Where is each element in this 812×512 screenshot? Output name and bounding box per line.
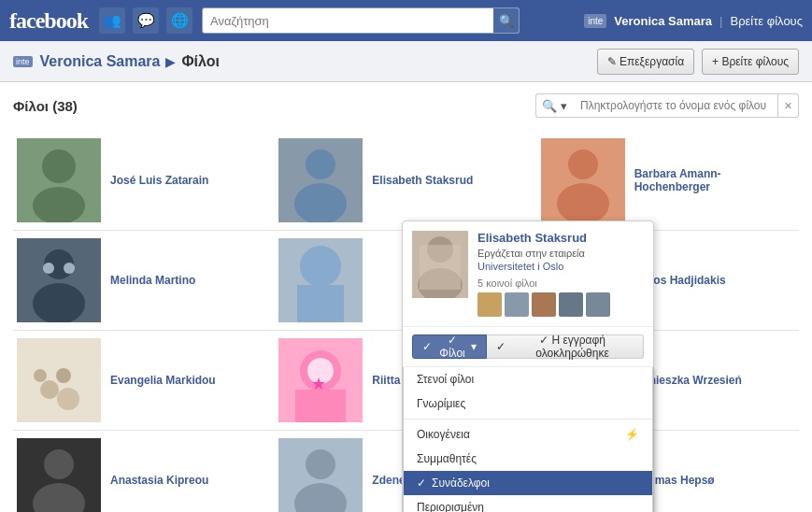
menu-label: Περιορισμένη	[417, 501, 484, 512]
popup-mutual-friends: 5 κοινοί φίλοι	[477, 277, 644, 289]
search-input[interactable]	[202, 7, 520, 34]
popup-avatar	[412, 231, 468, 298]
chevron-down-icon: ▾	[561, 99, 567, 113]
friend-popup-card: Elisabeth Staksrud Εργάζεται στην εταιρε…	[402, 220, 654, 512]
svg-point-11	[33, 283, 85, 322]
svg-rect-16	[297, 285, 344, 322]
svg-text:★: ★	[311, 375, 326, 393]
friend-item[interactable]: Anastasia Kipreou	[13, 431, 275, 512]
svg-point-13	[64, 263, 75, 274]
popup-works-label: Εργάζεται στην εταιρεία	[477, 248, 644, 259]
menu-label: Συμμαθητές	[417, 452, 477, 465]
friend-item[interactable]: Evangelia Markidou	[13, 331, 275, 431]
messages-nav-icon[interactable]: 💬	[133, 7, 159, 34]
inte-small-badge: inte	[13, 56, 33, 67]
svg-point-7	[568, 149, 598, 179]
registered-label: ✓ Η εγγραφή ολοκληρώθηκε	[511, 334, 634, 360]
popup-buttons: ✓ ✓ Φίλοι ▾ ✓ ✓ Η εγγραφή ολοκληρώθηκε	[403, 327, 653, 367]
menu-label: Στενοί φίλοι	[417, 373, 474, 386]
menu-label: Γνωρίμιες	[417, 397, 465, 410]
svg-point-4	[306, 149, 335, 179]
breadcrumb-username[interactable]: Veronica Samara	[40, 53, 161, 70]
friend-name: José Luis Zatarain	[110, 174, 208, 187]
menu-item-restricted[interactable]: Περιορισμένη	[404, 495, 652, 512]
friend-item[interactable]: Barbara Amann-Hochenberger	[537, 131, 799, 231]
popup-header: Elisabeth Staksrud Εργάζεται στην εταιρε…	[403, 221, 653, 327]
menu-item-family[interactable]: Οικογένεια ⚡	[404, 422, 652, 447]
search-icon: 🔍	[542, 99, 557, 113]
popup-work-place[interactable]: Universitetet i Oslo	[477, 261, 644, 272]
popup-info: Elisabeth Staksrud Εργάζεται στην εταιρε…	[477, 231, 644, 317]
mutual-avatars	[477, 292, 644, 317]
mutual-avatar	[586, 292, 610, 317]
menu-label: Συνάδελφοι	[432, 476, 490, 490]
registered-button[interactable]: ✓ ✓ Η εγγραφή ολοκληρώθηκε	[487, 334, 644, 359]
menu-item-acquaintances[interactable]: Γνωρίμιες	[404, 391, 652, 416]
avatar	[17, 138, 101, 222]
friends-header: Φίλοι (38) 🔍 ▾ ×	[13, 93, 799, 118]
avatar	[17, 438, 101, 512]
svg-point-37	[306, 449, 335, 479]
menu-item-close-friends[interactable]: Στενοί φίλοι	[404, 367, 652, 391]
top-navigation: facebook 👥 💬 🌐 🔍 inte Veronica Samara | …	[0, 0, 812, 41]
svg-rect-45	[420, 245, 461, 290]
dropdown-arrow-icon: ▾	[471, 340, 477, 353]
search-friends-icon-btn[interactable]: 🔍 ▾	[535, 93, 573, 118]
nav-icon-group: 👥 💬 🌐	[99, 7, 192, 34]
svg-rect-27	[295, 390, 346, 422]
friend-item[interactable]: José Luis Zatarain	[13, 131, 275, 231]
check-icon: ✓	[496, 340, 506, 353]
nav-right-section: inte Veronica Samara | Βρείτε φίλους	[584, 14, 803, 28]
nav-find-friends-link[interactable]: Βρείτε φίλους	[730, 14, 803, 28]
edit-button[interactable]: ✎ Επεξεργασία	[597, 49, 694, 75]
menu-label: Οικογένεια	[417, 428, 470, 441]
avatar	[541, 138, 625, 222]
friend-name: Melinda Martino	[110, 274, 195, 287]
menu-item-classmates[interactable]: Συμμαθητές	[404, 447, 652, 471]
mutual-avatar	[505, 292, 529, 317]
svg-point-23	[57, 388, 79, 410]
avatar	[278, 438, 363, 512]
mutual-avatar	[477, 292, 502, 317]
friends-status-button[interactable]: ✓ ✓ Φίλοι ▾	[412, 334, 487, 359]
search-box: 🔍	[202, 7, 520, 34]
menu-item-colleagues[interactable]: ✓ Συνάδελφοι	[404, 471, 652, 495]
svg-point-1	[42, 149, 76, 183]
find-friends-button[interactable]: + Βρείτε φίλους	[702, 49, 799, 75]
svg-point-22	[56, 368, 71, 383]
close-icon: ×	[784, 98, 791, 113]
avatar: ★	[278, 338, 363, 422]
friend-name: Evangelia Markidou	[110, 374, 216, 387]
friend-name: Elisabeth Staksrud	[372, 174, 473, 187]
friend-name: Anastasia Kipreou	[110, 474, 208, 487]
svg-point-5	[294, 183, 347, 222]
svg-point-24	[34, 369, 47, 382]
friend-category-dropdown: Στενοί φίλοι Γνωρίμιες Οικογένεια ⚡ Συμμ…	[403, 367, 653, 512]
search-friends-input[interactable]	[573, 93, 778, 118]
avatar	[278, 138, 363, 222]
friends-button-label: ✓ Φίλοι	[437, 334, 467, 360]
facebook-logo[interactable]: facebook	[9, 8, 88, 34]
breadcrumb-current-page: Φίλοι	[181, 53, 220, 70]
friends-nav-icon[interactable]: 👥	[99, 7, 125, 34]
nav-username[interactable]: Veronica Samara	[614, 14, 712, 28]
checkmark-icon: ✓	[422, 340, 432, 353]
breadcrumb-bar: inte Veronica Samara ▶ Φίλοι ✎ Επεξεργασ…	[0, 41, 812, 82]
svg-point-15	[300, 246, 341, 287]
notifications-nav-icon[interactable]: 🌐	[166, 7, 192, 34]
popup-name[interactable]: Elisabeth Staksrud	[477, 231, 644, 245]
inte-badge: inte	[584, 14, 606, 28]
mutual-avatar	[559, 292, 583, 317]
friend-item[interactable]: Melinda Martino	[13, 231, 275, 331]
breadcrumb-arrow: ▶	[165, 54, 176, 69]
friends-title: Φίλοι (38)	[13, 98, 78, 114]
svg-point-12	[43, 263, 54, 274]
breadcrumb-actions: ✎ Επεξεργασία + Βρείτε φίλους	[597, 49, 799, 75]
avatar	[278, 238, 363, 322]
search-button[interactable]: 🔍	[493, 7, 520, 34]
search-clear-button[interactable]: ×	[778, 93, 799, 118]
svg-point-21	[40, 380, 59, 399]
friend-name: Barbara Amann-Hochenberger	[634, 167, 795, 193]
friend-item[interactable]: Elisabeth Staksrud	[275, 131, 536, 231]
lightning-icon: ⚡	[625, 428, 639, 441]
